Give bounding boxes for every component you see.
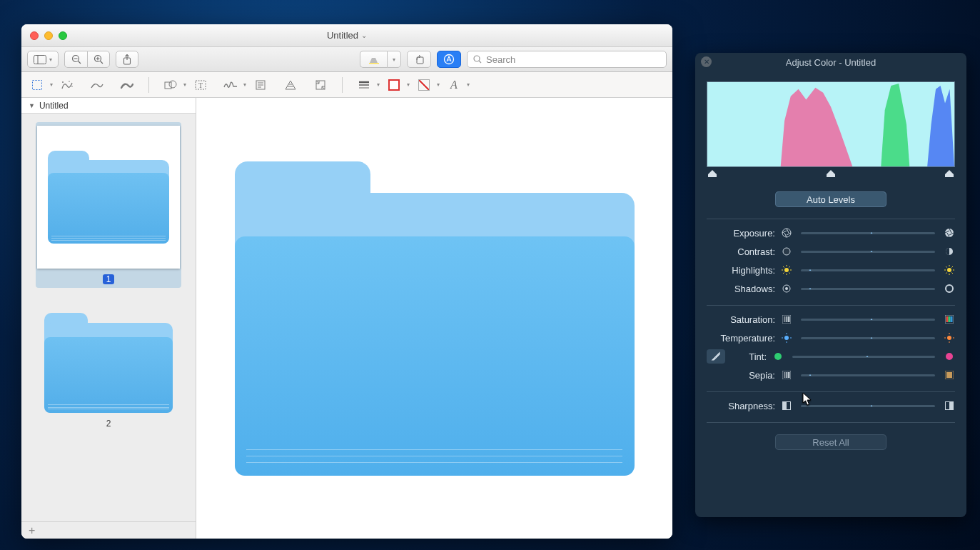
svg-rect-91 (946, 372, 952, 378)
font-style-button[interactable]: A▾ (444, 76, 464, 94)
contrast-right-icon (944, 246, 955, 257)
eyedropper-button[interactable] (707, 349, 725, 364)
adjust-color-button[interactable] (281, 76, 300, 94)
temperature-slider-thumb[interactable] (863, 334, 873, 342)
preview-window: Untitled ⌄ ▾ ▾ (21, 24, 672, 539)
search-field[interactable]: Search (467, 51, 667, 68)
disclosure-triangle-icon[interactable]: ▼ (29, 102, 35, 109)
svg-rect-69 (788, 316, 790, 322)
svg-point-14 (474, 56, 480, 61)
saturation-left-icon (781, 314, 792, 325)
highlights-right-icon (944, 264, 955, 276)
fill-color-button[interactable]: ▾ (414, 76, 434, 94)
svg-point-18 (69, 81, 70, 82)
thumbnail-sidebar: ▼ Untitled 1 2 (21, 98, 196, 539)
tint-slider[interactable] (792, 356, 935, 358)
markup-button[interactable] (437, 51, 461, 68)
contrast-slider-thumb[interactable] (863, 247, 873, 256)
sharpness-slider-thumb[interactable] (863, 401, 873, 410)
draw-button[interactable] (117, 76, 137, 94)
sign-button[interactable]: ▾ (221, 76, 241, 94)
highlight-button[interactable] (360, 51, 387, 68)
svg-line-32 (316, 81, 319, 84)
shadows-label: Shadows: (707, 284, 775, 294)
temperature-left-icon (781, 332, 792, 344)
zoom-in-button[interactable] (87, 51, 110, 68)
svg-point-17 (62, 81, 64, 83)
highlights-slider-thumb[interactable] (802, 266, 812, 274)
temperature-slider[interactable] (801, 337, 935, 339)
share-button[interactable] (116, 51, 138, 68)
border-color-button[interactable]: ▾ (384, 76, 404, 94)
zoom-window-button[interactable] (59, 31, 67, 40)
reset-all-button[interactable]: Reset All (775, 434, 886, 450)
sepia-slider-row: Sepia: (707, 366, 955, 384)
highlights-slider[interactable] (801, 269, 935, 271)
highlights-label: Highlights: (707, 265, 775, 276)
exposure-slider-thumb[interactable] (863, 229, 873, 237)
folder-icon (48, 151, 169, 244)
saturation-slider[interactable] (801, 319, 935, 321)
shadows-slider-thumb[interactable] (802, 284, 812, 293)
instant-alpha-button[interactable] (57, 76, 77, 94)
svg-rect-11 (369, 63, 379, 64)
levels-white-handle[interactable] (945, 169, 954, 176)
sepia-slider-thumb[interactable] (802, 371, 812, 379)
exposure-slider-row: Exposure: (707, 224, 955, 242)
sepia-label: Sepia: (707, 370, 775, 381)
folder-image[interactable] (235, 161, 635, 476)
svg-point-65 (946, 285, 953, 292)
note-button[interactable] (251, 76, 271, 94)
temperature-right-icon (944, 332, 955, 344)
svg-line-52 (789, 266, 791, 268)
svg-text:T: T (198, 81, 203, 89)
svg-point-41 (782, 229, 791, 237)
sidebar-header[interactable]: ▼ Untitled (21, 98, 196, 114)
title-dropdown-icon[interactable]: ⌄ (361, 31, 367, 39)
line-style-button[interactable]: ▾ (354, 76, 374, 94)
text-button[interactable]: T (191, 76, 211, 94)
svg-rect-20 (165, 82, 171, 89)
canvas[interactable] (196, 98, 672, 539)
shadows-slider[interactable] (801, 288, 935, 290)
levels-mid-handle[interactable] (827, 169, 835, 176)
sidebar-view-button[interactable]: ▾ (27, 51, 59, 68)
tint-slider-thumb[interactable] (859, 352, 869, 361)
svg-line-15 (479, 61, 481, 63)
svg-line-33 (322, 86, 325, 89)
thumbnail-page[interactable]: 2 (36, 309, 181, 432)
separator (342, 77, 343, 93)
histogram[interactable] (707, 81, 955, 167)
auto-levels-button[interactable]: Auto Levels (775, 191, 886, 207)
thumbnail-page[interactable]: 1 (36, 122, 181, 288)
svg-point-74 (784, 336, 789, 340)
rotate-button[interactable] (407, 51, 431, 68)
saturation-slider-thumb[interactable] (863, 315, 873, 324)
adjust-size-button[interactable] (310, 76, 330, 94)
svg-rect-68 (786, 316, 788, 322)
contrast-slider[interactable] (801, 251, 935, 253)
add-page-button[interactable]: + (29, 524, 35, 537)
svg-line-50 (783, 266, 784, 268)
window-title: Untitled ⌄ (21, 30, 672, 41)
zoom-out-button[interactable] (64, 51, 87, 68)
sketch-button[interactable] (87, 76, 107, 94)
svg-rect-67 (784, 316, 786, 322)
divider (707, 391, 955, 392)
svg-point-45 (784, 268, 789, 272)
sharpness-right-icon (944, 400, 955, 411)
selection-tool-button[interactable]: ▾ (27, 76, 47, 94)
close-window-button[interactable] (30, 31, 39, 40)
close-panel-button[interactable]: ✕ (701, 56, 712, 67)
shapes-button[interactable]: ▾ (161, 76, 181, 94)
sepia-slider[interactable] (801, 374, 935, 376)
sharpness-label: Sharpness: (707, 401, 775, 411)
levels-black-handle[interactable] (708, 169, 717, 176)
highlight-dropdown[interactable]: ▾ (387, 51, 401, 68)
exposure-slider[interactable] (801, 232, 935, 234)
temperature-slider-row: Temperature: (707, 329, 955, 347)
tint-left-icon (772, 351, 784, 362)
sharpness-slider[interactable] (801, 405, 935, 407)
minimize-window-button[interactable] (44, 31, 53, 40)
sepia-left-icon (781, 369, 792, 381)
